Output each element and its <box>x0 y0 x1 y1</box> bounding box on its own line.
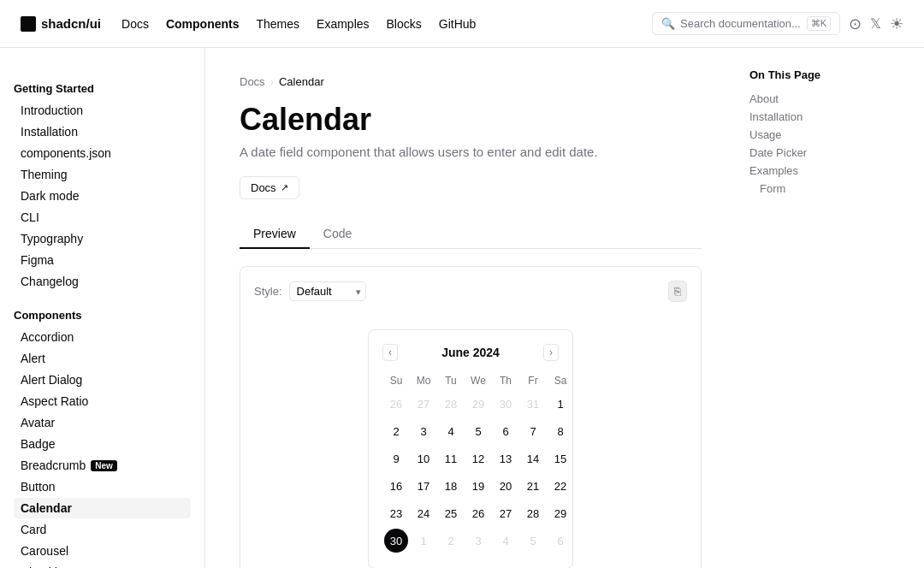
calendar-day[interactable]: 3 <box>466 529 490 553</box>
sidebar-item-badge[interactable]: Badge <box>14 434 191 454</box>
sidebar-item-calendar[interactable]: Calendar <box>14 498 191 518</box>
calendar-day[interactable]: 7 <box>521 419 545 443</box>
sidebar-item-breadcrumb[interactable]: Breadcrumb New <box>14 455 191 476</box>
calendar-day[interactable]: 14 <box>521 447 545 470</box>
calendar-day[interactable]: 6 <box>494 419 518 443</box>
right-sidebar-installation[interactable]: Installation <box>749 108 910 126</box>
docs-link-label: Docs <box>251 181 276 194</box>
sidebar-item-cli[interactable]: CLI <box>14 207 191 228</box>
calendar-day[interactable]: 9 <box>384 447 408 470</box>
nav-github[interactable]: GitHub <box>439 17 477 31</box>
topnav: shadcn/ui Docs Components Themes Example… <box>0 0 924 48</box>
twitter-icon[interactable]: 𝕏 <box>870 15 881 32</box>
search-box[interactable]: 🔍 Search documentation... ⌘K <box>652 12 840 35</box>
calendar-day[interactable]: 10 <box>412 447 435 470</box>
calendar-day[interactable]: 19 <box>466 474 490 498</box>
calendar-day[interactable]: 11 <box>439 447 463 470</box>
sidebar-item-accordion[interactable]: Accordion <box>14 327 191 347</box>
sidebar-item-typography[interactable]: Typography <box>14 228 191 249</box>
calendar-day[interactable]: 3 <box>412 419 435 443</box>
calendar-day[interactable]: 29 <box>548 501 572 525</box>
calendar-day[interactable]: 30 <box>384 529 408 553</box>
right-sidebar-form[interactable]: Form <box>749 180 910 198</box>
calendar-day[interactable]: 4 <box>494 529 518 553</box>
sidebar-item-button[interactable]: Button <box>14 476 191 497</box>
sidebar-item-carousel[interactable]: Carousel <box>14 541 191 561</box>
sidebar-item-card[interactable]: Card <box>14 519 191 540</box>
calendar-cell: 29 <box>465 390 492 417</box>
style-select-wrap: Style: Default New York <box>254 281 366 301</box>
calendar-day[interactable]: 26 <box>384 392 408 416</box>
nav-components[interactable]: Components <box>166 17 240 31</box>
sidebar-item-figma[interactable]: Figma <box>14 250 191 270</box>
calendar-day[interactable]: 27 <box>494 501 518 525</box>
calendar-day[interactable]: 1 <box>412 529 435 553</box>
nav-examples[interactable]: Examples <box>317 17 369 31</box>
calendar-day[interactable]: 28 <box>521 501 545 525</box>
sidebar-item-installation[interactable]: Installation <box>14 121 191 142</box>
nav-docs[interactable]: Docs <box>121 17 149 31</box>
right-sidebar-date-picker[interactable]: Date Picker <box>749 144 910 162</box>
breadcrumb-parent[interactable]: Docs <box>240 75 265 88</box>
calendar-day[interactable]: 24 <box>412 501 435 525</box>
calendar-day[interactable]: 17 <box>412 474 435 498</box>
sidebar-item-alert-dialog[interactable]: Alert Dialog <box>14 370 191 390</box>
right-sidebar-usage[interactable]: Usage <box>749 126 910 144</box>
prev-month-button[interactable]: ‹ <box>382 344 398 361</box>
calendar-day[interactable]: 21 <box>521 474 545 498</box>
calendar-day[interactable]: 5 <box>521 529 545 553</box>
right-sidebar-examples[interactable]: Examples <box>749 162 910 180</box>
sidebar-item-theming[interactable]: Theming <box>14 164 191 185</box>
calendar-day[interactable]: 12 <box>466 447 490 470</box>
nav-themes[interactable]: Themes <box>256 17 299 31</box>
right-sidebar-about[interactable]: About <box>749 90 910 108</box>
theme-toggle-icon[interactable]: ☀ <box>890 15 903 33</box>
sidebar-item-changelog[interactable]: Changelog <box>14 271 191 292</box>
github-icon[interactable]: ⊙ <box>849 15 862 33</box>
sidebar-item-avatar[interactable]: Avatar <box>14 412 191 433</box>
sidebar-item-dark-mode[interactable]: Dark mode <box>14 186 191 206</box>
sidebar-item-alert[interactable]: Alert <box>14 348 191 369</box>
sidebar-item-introduction[interactable]: Introduction <box>14 100 191 121</box>
calendar-day[interactable]: 31 <box>521 392 545 416</box>
calendar-day[interactable]: 28 <box>439 392 463 416</box>
calendar-grid: Su Mo Tu We Th Fr Sa 2627282930311234567… <box>382 371 574 554</box>
calendar-day[interactable]: 4 <box>439 419 463 443</box>
calendar-day[interactable]: 15 <box>548 447 572 470</box>
copy-button[interactable]: ⎘ <box>668 281 687 302</box>
logo[interactable]: shadcn/ui <box>21 16 101 32</box>
style-select[interactable]: Default New York <box>289 281 366 301</box>
nav-blocks[interactable]: Blocks <box>387 17 422 31</box>
calendar-day[interactable]: 29 <box>466 392 490 416</box>
sidebar-item-checkbox[interactable]: Checkbox <box>14 562 191 568</box>
calendar-day[interactable]: 2 <box>439 529 463 553</box>
calendar: ‹ June 2024 › Su Mo Tu We Th F <box>368 329 573 568</box>
logo-text: shadcn/ui <box>41 16 101 31</box>
calendar-day[interactable]: 13 <box>494 447 518 470</box>
calendar-day[interactable]: 22 <box>548 474 572 498</box>
getting-started-title: Getting Started <box>14 82 191 95</box>
calendar-day[interactable]: 26 <box>466 501 490 525</box>
tab-code[interactable]: Code <box>310 220 365 249</box>
calendar-row: 23242526272829 <box>382 500 574 527</box>
tab-preview[interactable]: Preview <box>240 220 310 249</box>
calendar-day[interactable]: 23 <box>384 501 408 525</box>
calendar-day[interactable]: 16 <box>384 474 408 498</box>
calendar-day[interactable]: 6 <box>548 529 572 553</box>
calendar-cell: 30 <box>382 527 410 554</box>
calendar-day[interactable]: 8 <box>548 419 572 443</box>
calendar-day[interactable]: 5 <box>466 419 490 443</box>
calendar-day[interactable]: 1 <box>548 392 572 416</box>
docs-link-button[interactable]: Docs ↗ <box>240 176 299 199</box>
calendar-day[interactable]: 2 <box>384 419 408 443</box>
calendar-day[interactable]: 30 <box>494 392 518 416</box>
calendar-day[interactable]: 20 <box>494 474 518 498</box>
calendar-day[interactable]: 27 <box>412 392 435 416</box>
next-month-button[interactable]: › <box>543 344 559 361</box>
calendar-day[interactable]: 25 <box>439 501 463 525</box>
calendar-day[interactable]: 18 <box>439 474 463 498</box>
sidebar-item-aspect-ratio[interactable]: Aspect Ratio <box>14 391 191 411</box>
sidebar-item-components-json[interactable]: components.json <box>14 143 191 163</box>
calendar-cell: 28 <box>437 390 465 417</box>
calendar-cell: 25 <box>437 500 465 527</box>
